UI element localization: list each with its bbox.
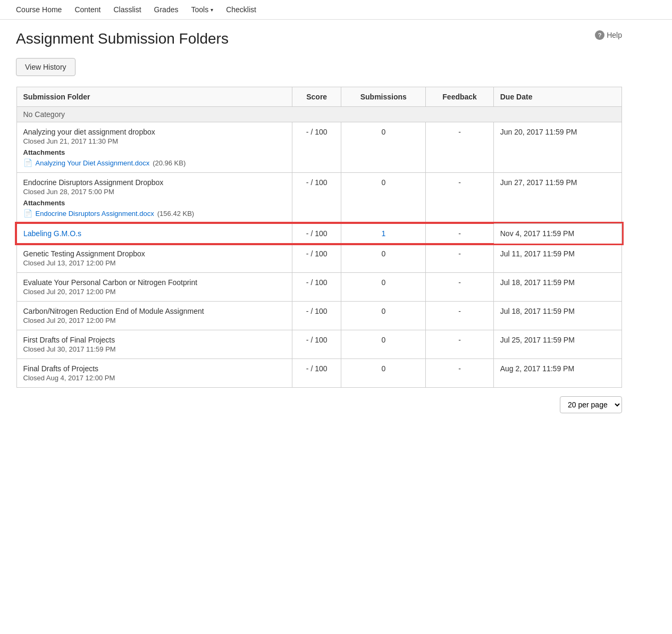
attachment-row: 📄 Analyzing Your Diet Assignment.docx (2… (23, 158, 286, 167)
nav-grades[interactable]: Grades (154, 5, 179, 14)
submissions-cell: 0 (341, 273, 426, 302)
due-date-cell: Jul 11, 2017 11:59 PM (493, 244, 621, 273)
col-header-due-date: Due Date (493, 87, 621, 107)
feedback-cell: - (426, 273, 493, 302)
feedback-cell: - (426, 122, 493, 173)
file-icon: 📄 (23, 158, 32, 167)
highlighted-table-row: Labeling G.M.O.s - / 100 1 - Nov 4, 2017… (16, 223, 622, 244)
due-date-cell: Jun 20, 2017 11:59 PM (493, 122, 621, 173)
folder-name: Analyzing your diet assignment dropbox (23, 128, 286, 136)
file-icon: 📄 (23, 209, 32, 218)
score-cell: - / 100 (292, 330, 341, 359)
page-title: Assignment Submission Folders (16, 30, 229, 47)
folder-cell: Genetic Testing Assignment Dropbox Close… (16, 244, 292, 273)
file-size: (20.96 KB) (153, 159, 186, 167)
submissions-cell: 1 (341, 223, 426, 244)
col-header-score: Score (292, 87, 341, 107)
folder-name: Evaluate Your Personal Carbon or Nitroge… (23, 278, 286, 287)
score-cell: - / 100 (292, 302, 341, 330)
due-date-cell: Jun 27, 2017 11:59 PM (493, 173, 621, 224)
col-header-feedback: Feedback (426, 87, 493, 107)
table-row: Endocrine Disruptors Assignment Dropbox … (16, 173, 622, 224)
table-row: Carbon/Nitrogen Reduction End of Module … (16, 302, 622, 330)
nav-classlist[interactable]: Classlist (113, 5, 141, 14)
feedback-cell: - (426, 302, 493, 330)
category-label: No Category (16, 107, 622, 122)
closed-date: Closed Aug 4, 2017 12:00 PM (23, 374, 286, 382)
attachment-link[interactable]: Endocrine Disruptors Assignment.docx (36, 210, 154, 218)
score-cell: - / 100 (292, 122, 341, 173)
closed-date: Closed Jul 30, 2017 11:59 PM (23, 345, 286, 353)
pagination-row: 10 per page 20 per page 50 per page (16, 396, 622, 413)
folder-name: Endocrine Disruptors Assignment Dropbox (23, 178, 286, 187)
page-header: Assignment Submission Folders ? Help (16, 30, 622, 47)
score-cell: - / 100 (292, 223, 341, 244)
file-size: (156.42 KB) (157, 210, 194, 218)
submissions-cell: 0 (341, 330, 426, 359)
feedback-cell: - (426, 330, 493, 359)
table-row: Analyzing your diet assignment dropbox C… (16, 122, 622, 173)
submissions-cell: 0 (341, 302, 426, 330)
folder-name: Carbon/Nitrogen Reduction End of Module … (23, 307, 286, 315)
attachments-label: Attachments (23, 148, 286, 156)
feedback-cell: - (426, 173, 493, 224)
view-history-button[interactable]: View History (16, 58, 75, 76)
attachment-row: 📄 Endocrine Disruptors Assignment.docx (… (23, 209, 286, 218)
score-cell: - / 100 (292, 173, 341, 224)
table-row: Evaluate Your Personal Carbon or Nitroge… (16, 273, 622, 302)
folder-name: Genetic Testing Assignment Dropbox (23, 249, 286, 258)
per-page-select[interactable]: 10 per page 20 per page 50 per page (560, 396, 622, 413)
submissions-link[interactable]: 1 (381, 229, 385, 238)
folder-cell: Endocrine Disruptors Assignment Dropbox … (16, 173, 292, 224)
due-date-cell: Jul 18, 2017 11:59 PM (493, 302, 621, 330)
help-icon: ? (595, 30, 604, 40)
nav-content[interactable]: Content (74, 5, 100, 14)
score-cell: - / 100 (292, 359, 341, 388)
submissions-cell: 0 (341, 244, 426, 273)
feedback-cell: - (426, 244, 493, 273)
folder-cell: Carbon/Nitrogen Reduction End of Module … (16, 302, 292, 330)
score-cell: - / 100 (292, 273, 341, 302)
table-header-row: Submission Folder Score Submissions Feed… (16, 87, 622, 107)
folder-cell: Evaluate Your Personal Carbon or Nitroge… (16, 273, 292, 302)
submissions-cell: 0 (341, 359, 426, 388)
submissions-table: Submission Folder Score Submissions Feed… (16, 87, 622, 388)
submissions-cell: 0 (341, 173, 426, 224)
submissions-cell: 0 (341, 122, 426, 173)
feedback-cell: - (426, 223, 493, 244)
due-date-cell: Jul 25, 2017 11:59 PM (493, 330, 621, 359)
table-row: Final Drafts of Projects Closed Aug 4, 2… (16, 359, 622, 388)
nav-checklist[interactable]: Checklist (226, 5, 256, 14)
attachment-link[interactable]: Analyzing Your Diet Assignment.docx (36, 159, 150, 167)
folder-cell: Analyzing your diet assignment dropbox C… (16, 122, 292, 173)
folder-cell: Labeling G.M.O.s (16, 223, 292, 244)
folder-name: First Drafts of Final Projects (23, 336, 286, 344)
closed-date: Closed Jul 13, 2017 12:00 PM (23, 259, 286, 267)
closed-date: Closed Jul 20, 2017 12:00 PM (23, 288, 286, 296)
folder-cell: Final Drafts of Projects Closed Aug 4, 2… (16, 359, 292, 388)
col-header-submissions: Submissions (341, 87, 426, 107)
attachments-label: Attachments (23, 199, 286, 207)
table-row: Genetic Testing Assignment Dropbox Close… (16, 244, 622, 273)
tools-dropdown-icon: ▾ (211, 7, 213, 13)
help-button[interactable]: ? Help (595, 30, 622, 40)
score-cell: - / 100 (292, 244, 341, 273)
due-date-cell: Aug 2, 2017 11:59 PM (493, 359, 621, 388)
table-row: First Drafts of Final Projects Closed Ju… (16, 330, 622, 359)
top-navigation: Course Home Content Classlist Grades Too… (0, 0, 672, 20)
feedback-cell: - (426, 359, 493, 388)
closed-date: Closed Jun 21, 2017 11:30 PM (23, 137, 286, 145)
folder-name: Final Drafts of Projects (23, 364, 286, 373)
nav-tools[interactable]: Tools ▾ (191, 5, 213, 14)
folder-cell: First Drafts of Final Projects Closed Ju… (16, 330, 292, 359)
due-date-cell: Nov 4, 2017 11:59 PM (493, 223, 621, 244)
folder-link[interactable]: Labeling G.M.O.s (23, 229, 81, 238)
help-label: Help (607, 31, 622, 39)
nav-course-home[interactable]: Course Home (16, 5, 62, 14)
category-row: No Category (16, 107, 622, 122)
closed-date: Closed Jul 20, 2017 12:00 PM (23, 316, 286, 324)
due-date-cell: Jul 18, 2017 11:59 PM (493, 273, 621, 302)
col-header-folder: Submission Folder (16, 87, 292, 107)
closed-date: Closed Jun 28, 2017 5:00 PM (23, 188, 286, 196)
page-container: Assignment Submission Folders ? Help Vie… (0, 20, 638, 435)
